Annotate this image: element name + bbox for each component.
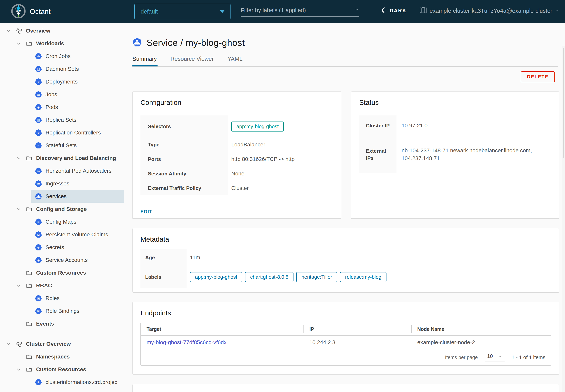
cluster-context-menu[interactable]: example-cluster-ka3TuTzYo4a@example-clus… (419, 7, 559, 15)
sidebar-item-role-bindings[interactable]: ⊞Role Bindings (0, 305, 124, 317)
chevron-down-icon[interactable] (15, 41, 22, 46)
folder-icon (25, 353, 33, 360)
items-per-page-select[interactable]: 10 (485, 353, 505, 362)
tab-resource-viewer[interactable]: Resource Viewer (170, 56, 214, 67)
sidebar-item-ingresses[interactable]: ⇄Ingresses (0, 177, 124, 190)
sidebar-item-custom-resources-cluster[interactable]: Custom Resources (0, 363, 124, 376)
sidebar-item-stateful-sets[interactable]: ≡Stateful Sets (0, 139, 124, 152)
jobs-icon: ▦ (34, 91, 42, 98)
sidebar-item-overview[interactable]: Overview (0, 24, 124, 37)
sidebar-item-events[interactable]: Events (0, 317, 124, 330)
chevron-down-icon (354, 7, 359, 14)
svg-text:⇆: ⇆ (37, 169, 40, 173)
cluster-context-name: example-cluster-ka3TuTzYo4a@example-clus… (430, 8, 552, 14)
endpoint-target-link[interactable]: my-blog-ghost-77df85c6cd-vf6dx (147, 339, 227, 346)
sidebar-item-secrets[interactable]: ⊙Secrets (0, 241, 124, 254)
kv-value-session-affinity: None (228, 167, 333, 181)
chevron-down-icon (498, 354, 503, 359)
sidebar-item-daemon-sets[interactable]: ▤Daemon Sets (0, 63, 124, 75)
clusterinformations-crd-projec-icon: + (34, 379, 42, 386)
scrollbar-thumb[interactable] (563, 48, 565, 158)
kv-label-external-ips: External IPs (359, 136, 397, 173)
service-accounts-icon: ◉ (34, 257, 42, 264)
kv-value-selectors: app:my-blog-ghost (228, 115, 333, 137)
sidebar-item-services[interactable]: Services (0, 190, 124, 203)
sidebar-item-rbac[interactable]: RBAC (0, 279, 124, 292)
namespace-select[interactable]: default (134, 4, 231, 19)
label-badge-heritage-tiller[interactable]: heritage:Tiller (296, 272, 337, 282)
sidebar-item-replica-sets[interactable]: ▥Replica Sets (0, 113, 124, 126)
chevron-down-icon[interactable] (15, 283, 22, 289)
sidebar-item-service-accounts[interactable]: ◉Service Accounts (0, 254, 124, 266)
label-badge-release-my-blog[interactable]: release:my-blog (340, 272, 387, 282)
endpoints-card: Endpoints TargetIPNode Name my-blog-ghos… (133, 302, 559, 374)
sidebar-item-label: Replica Sets (45, 117, 76, 123)
svg-text:↻: ↻ (37, 131, 40, 134)
cron-jobs-icon: ◔ (34, 53, 42, 60)
sidebar-item-horizontal-pod-autoscalers[interactable]: ⇆Horizontal Pod Autoscalers (0, 165, 124, 177)
label-badge-app-my-blog-ghost[interactable]: app:my-blog-ghost (231, 122, 284, 131)
persistent-volume-claims-icon: ◒ (34, 231, 42, 238)
role-bindings-icon: ⊞ (34, 308, 42, 315)
folder-icon (25, 282, 33, 289)
delete-button[interactable]: DELETE (521, 71, 555, 82)
sidebar-item-persistent-volume-claims[interactable]: ◒Persistent Volume Claims (0, 228, 124, 241)
sidebar-item-label: Deployments (45, 79, 77, 85)
chevron-down-icon[interactable] (15, 366, 22, 372)
octant-logo-icon (11, 4, 26, 19)
dark-mode-toggle[interactable]: DARK (381, 7, 407, 14)
label-badge-chart-ghost-8-0-5[interactable]: chart:ghost-8.0.5 (245, 272, 294, 282)
svg-text:≣: ≣ (37, 220, 40, 224)
replica-sets-icon: ▥ (34, 116, 42, 124)
app-title: Octant (30, 8, 51, 15)
sidebar-item-roles[interactable]: ▣Roles (0, 292, 124, 305)
svg-text:▣: ▣ (37, 296, 40, 300)
sidebar-item-pods[interactable]: ◈Pods (0, 101, 124, 113)
sidebar-item-label: Custom Resources (36, 270, 86, 276)
tab-yaml[interactable]: YAML (227, 56, 243, 67)
metadata-title: Metadata (140, 235, 551, 243)
sidebar-item-replication-controllers[interactable]: ↻Replication Controllers (0, 126, 124, 139)
chevron-down-icon[interactable] (15, 155, 22, 161)
sidebar-item-label: Roles (45, 295, 60, 301)
sidebar-item-workloads[interactable]: Workloads (0, 37, 124, 50)
label-badge-app-my-blog-ghost[interactable]: app:my-blog-ghost (190, 272, 242, 282)
roles-icon: ▣ (34, 295, 42, 302)
tab-summary[interactable]: Summary (133, 56, 158, 67)
sidebar-item-namespaces[interactable]: Namespaces (0, 350, 124, 363)
sidebar-item-label: Replication Controllers (45, 129, 101, 136)
sidebar-item-cluster-overview[interactable]: Cluster Overview (0, 337, 124, 350)
cluster-icon (419, 7, 427, 15)
chevron-down-icon[interactable] (5, 28, 12, 34)
endpoint-node-cell: example-cluster-node-2 (411, 336, 551, 349)
chevron-down-icon[interactable] (15, 206, 22, 212)
sidebar-item-clusterinformations-crd-projec[interactable]: +clusterinformations.crd.projec (0, 376, 124, 389)
sidebar-item-label: Config Maps (45, 219, 76, 225)
sidebar-item-jobs[interactable]: ▦Jobs (0, 88, 124, 101)
sidebar-item-label: RBAC (36, 282, 52, 289)
kv-value-external-ips: nb-104-237-148-71.newark.nodebalancer.li… (397, 136, 551, 173)
sidebar-item-cron-jobs[interactable]: ◔Cron Jobs (0, 50, 124, 63)
folder-icon (25, 269, 33, 276)
stateful-sets-icon: ≡ (34, 142, 42, 149)
sidebar-item-custom-resources[interactable]: Custom Resources (0, 266, 124, 279)
chevron-down-icon[interactable] (5, 341, 12, 347)
endpoints-pagination: Items per page 10 1 - 1 of 1 items (141, 349, 551, 365)
endpoint-target-cell: my-blog-ghost-77df85c6cd-vf6dx (141, 336, 303, 349)
sidebar-item-label: clusterinformations.crd.projec (45, 379, 117, 385)
sidebar-item-deployments[interactable]: ↻Deployments (0, 75, 124, 88)
sidebar-item-config-maps[interactable]: ≣Config Maps (0, 215, 124, 228)
sidebar-item-config-and-storage[interactable]: Config and Storage (0, 203, 124, 215)
secrets-icon: ⊙ (34, 244, 42, 251)
column-header-ip: IP (303, 323, 411, 335)
filter-by-labels-control[interactable]: Filter by labels (1 applied) (241, 7, 359, 17)
sidebar-item-csidrivers-csi-storage-k8s-io[interactable]: +csidrivers.csi.storage.k8s.io (0, 389, 124, 392)
kv-label-external-traffic-policy: External Traffic Policy (140, 181, 228, 196)
vertical-scrollbar[interactable] (562, 46, 565, 392)
kv-value-external-traffic-policy: Cluster (228, 181, 333, 196)
svg-text:≡: ≡ (37, 144, 40, 147)
events-card: Events (133, 384, 559, 392)
sidebar-item-discovery-and-load-balancing[interactable]: Discovery and Load Balancing (0, 152, 124, 165)
dark-mode-label: DARK (390, 8, 407, 14)
edit-link[interactable]: EDIT (140, 209, 152, 214)
